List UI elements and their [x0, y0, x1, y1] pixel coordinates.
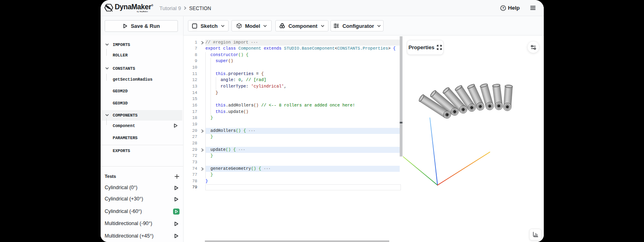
- svg-text:?: ?: [502, 6, 504, 10]
